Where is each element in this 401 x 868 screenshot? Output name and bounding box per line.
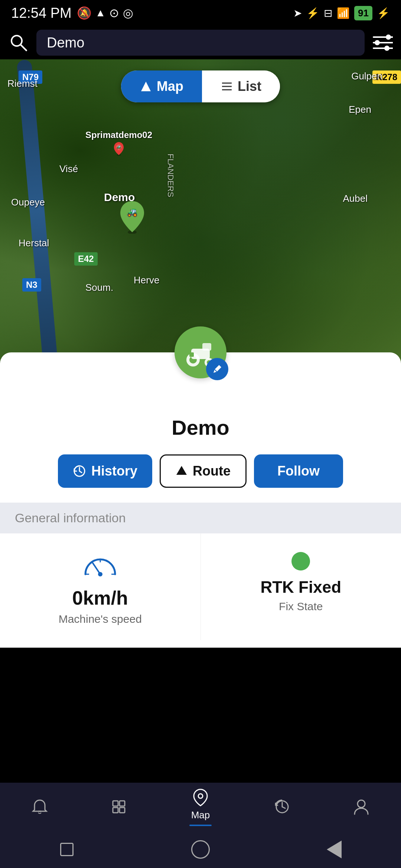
svg-rect-27	[189, 352, 194, 357]
action-buttons: History Route Follow	[58, 454, 343, 488]
nav-active-indicator	[189, 825, 212, 826]
svg-point-31	[98, 572, 102, 576]
search-input[interactable]: Demo	[36, 30, 365, 56]
system-recents-button[interactable]	[319, 835, 349, 864]
svg-point-42	[358, 800, 365, 808]
speed-label: Machine's speed	[59, 613, 142, 625]
nav-map[interactable]: Map	[189, 788, 212, 826]
nav-icon: ▲	[95, 7, 106, 19]
fix-state-card: RTK Fixed Fix State	[201, 533, 401, 640]
svg-point-40	[198, 794, 203, 798]
edit-badge[interactable]	[206, 358, 228, 380]
circle-icon: ⊙	[109, 6, 119, 20]
map-label-flanders: FLANDERS	[166, 154, 175, 197]
system-navigation	[0, 831, 401, 868]
map-view[interactable]: N79 N278 E42 N3 Riemst Gulpen Epen Visé …	[0, 59, 401, 364]
svg-rect-39	[120, 808, 125, 813]
person-icon	[352, 798, 370, 816]
route-button[interactable]: Route	[160, 454, 247, 488]
map-label-epen: Epen	[349, 104, 371, 115]
svg-line-1	[21, 45, 26, 50]
speed-card: 0km/h Machine's speed	[0, 533, 201, 640]
svg-text:🚜: 🚜	[127, 207, 138, 217]
charging-icon: ⚡	[377, 7, 390, 19]
target-icon: ◎	[123, 6, 133, 20]
info-cards: 0km/h Machine's speed RTK Fixed Fix Stat…	[0, 533, 401, 640]
svg-marker-30	[176, 466, 187, 475]
mute-icon: 🔕	[77, 6, 92, 20]
map-pin-icon	[191, 788, 210, 807]
map-label-oupeye: Oupeye	[11, 197, 45, 208]
map-label-soum: Soum.	[85, 282, 113, 293]
fix-state-indicator	[291, 552, 310, 571]
battery-saver-icon: ⊟	[324, 7, 332, 19]
location-icon: ➤	[293, 7, 302, 19]
road-badge-n3: N3	[22, 278, 41, 292]
search-icon[interactable]	[7, 32, 30, 54]
search-bar: Demo	[0, 26, 401, 59]
nav-alerts[interactable]	[31, 798, 49, 816]
fix-state-value: RTK Fixed	[260, 578, 341, 596]
filter-icon[interactable]	[371, 32, 394, 54]
svg-rect-26	[202, 343, 211, 351]
system-back-button[interactable]	[52, 835, 82, 864]
speed-value: 0km/h	[72, 587, 128, 609]
triangle-icon	[327, 841, 342, 858]
svg-point-2	[386, 34, 391, 40]
bell-icon	[31, 798, 49, 816]
speedometer-icon	[82, 552, 119, 579]
map-label-gulpen: Gulpen	[351, 70, 382, 82]
svg-point-5	[375, 40, 380, 45]
general-info-label: General information	[15, 511, 126, 525]
marker-sprimatdemo02-label: Sprimatdemo02	[85, 130, 152, 140]
svg-rect-36	[113, 801, 118, 806]
device-panel: Demo History Route Follow	[0, 352, 401, 648]
nav-devices[interactable]	[110, 798, 128, 816]
square-icon	[60, 843, 74, 856]
svg-marker-17	[141, 82, 151, 91]
device-avatar	[175, 326, 226, 378]
battery-indicator: 91	[354, 6, 372, 20]
status-time: 12:54 PM	[11, 5, 72, 21]
marker-demo[interactable]: 🚜	[118, 200, 148, 234]
svg-text:🚜: 🚜	[116, 144, 121, 149]
map-label-herve: Herve	[134, 274, 159, 286]
devices-icon	[110, 798, 128, 816]
nav-profile[interactable]	[352, 798, 370, 816]
map-label-aubel: Aubel	[343, 193, 368, 204]
svg-rect-38	[113, 808, 118, 813]
circle-icon	[191, 840, 210, 859]
road-badge-e42: E42	[74, 252, 98, 266]
bottom-navigation: Map	[0, 783, 401, 831]
nav-history[interactable]	[273, 798, 291, 816]
map-label-riemst: Riemst	[7, 78, 38, 89]
nav-map-label: Map	[191, 809, 210, 821]
device-name: Demo	[172, 415, 229, 440]
bluetooth-icon: ⚡	[306, 7, 319, 19]
svg-rect-37	[120, 801, 125, 806]
map-toggle-map-btn[interactable]: Map	[121, 70, 202, 102]
marker-sprimatdemo02[interactable]: Sprimatdemo02 🚜	[108, 130, 130, 156]
fix-state-label: Fix State	[279, 600, 323, 613]
history-button[interactable]: History	[58, 454, 152, 488]
map-label-herstal: Herstal	[19, 237, 49, 249]
system-home-button[interactable]	[186, 835, 215, 864]
map-list-toggle[interactable]: Map List	[121, 70, 280, 102]
svg-point-8	[384, 46, 389, 51]
status-bar: 12:54 PM 🔕 ▲ ⊙ ◎ ➤ ⚡ ⊟ 📶 91 ⚡	[0, 0, 401, 26]
clock-icon	[273, 798, 291, 816]
follow-button[interactable]: Follow	[254, 454, 343, 488]
map-toggle-list-btn[interactable]: List	[202, 70, 280, 102]
map-label-vise: Visé	[59, 163, 78, 175]
wifi-icon: 📶	[337, 7, 350, 19]
general-info-header: General information	[0, 503, 401, 533]
